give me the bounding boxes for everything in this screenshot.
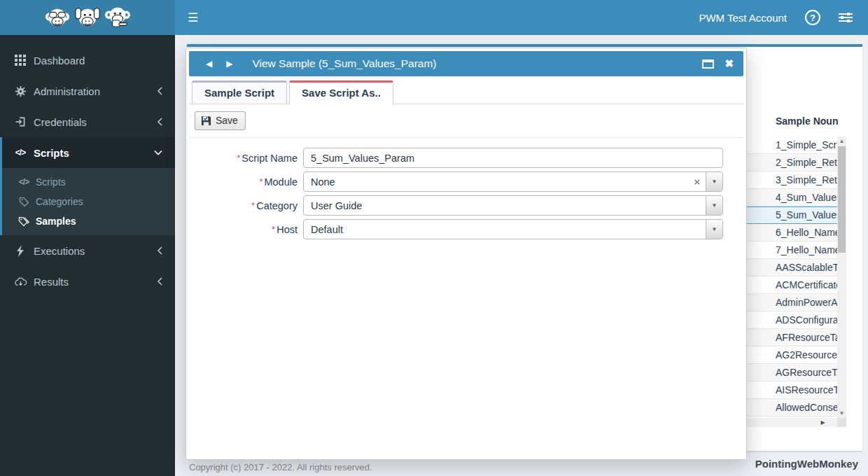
required-marker: * <box>272 224 275 234</box>
required-marker: * <box>237 153 240 163</box>
tag-icon <box>18 197 30 207</box>
dialog-titlebar[interactable]: ◀ ▶ View Sample (5_Sum_Values_Param) ✖ <box>189 51 743 76</box>
sign-in-icon <box>13 116 27 127</box>
code-icon: </> <box>13 148 27 158</box>
sidebar-item-label: Administration <box>34 85 100 97</box>
module-label: *Module <box>189 176 298 188</box>
module-value: None <box>304 176 694 188</box>
cloud-download-icon <box>13 276 27 287</box>
copyright-text: Copyright (c) 2017 - 2022. All rights re… <box>189 462 372 472</box>
module-select[interactable]: None × ▼ <box>303 172 723 192</box>
host-label: *Host <box>189 224 298 235</box>
dialog-title: View Sample (5_Sum_Values_Param) <box>252 57 436 70</box>
tab-save-script-as[interactable]: Save Script As.. <box>289 80 393 104</box>
sample-noun-column-header[interactable]: Sample Noun <box>776 115 860 127</box>
sidebar-item-credentials[interactable]: Credentials <box>0 106 175 137</box>
sidebar-subitem-label: Categories <box>36 196 83 207</box>
required-marker: * <box>259 176 262 187</box>
chevron-left-icon <box>157 246 162 255</box>
save-button-label: Save <box>216 115 238 126</box>
sidebar-subitem-label: Samples <box>36 216 76 227</box>
floppy-disk-icon <box>201 115 211 126</box>
pointing-monkey-icon <box>104 4 131 31</box>
see-no-evil-monkey-icon <box>44 4 71 31</box>
sidebar-subitem-scripts[interactable]: </> Scripts <box>2 172 175 192</box>
gears-icon <box>13 85 27 97</box>
account-menu[interactable]: PWM Test Account <box>699 12 787 24</box>
chevron-left-icon <box>157 87 162 95</box>
next-sample-icon[interactable]: ▶ <box>226 59 232 69</box>
sidebar-toggle-hamburger-icon[interactable]: ☰ <box>175 10 211 25</box>
chevron-left-icon <box>157 118 162 126</box>
category-label: *Category <box>189 200 298 211</box>
category-select[interactable]: User Guide ▼ <box>303 195 723 216</box>
dropdown-button: ▼ <box>706 172 722 191</box>
dropdown-button: ▼ <box>706 220 722 239</box>
code-icon: </> <box>18 177 30 187</box>
tags-icon <box>18 216 30 227</box>
chevron-down-icon[interactable]: ▼ <box>712 202 718 209</box>
clear-selection-icon[interactable]: × <box>694 176 700 187</box>
scrollbar-thumb[interactable] <box>838 146 846 253</box>
dropdown-button: ▼ <box>706 196 722 215</box>
scroll-up-icon[interactable]: ▲ <box>837 136 846 146</box>
sidebar-subitem-samples[interactable]: Samples <box>2 211 175 231</box>
sidebar-item-executions[interactable]: Executions <box>0 235 175 266</box>
lightning-icon <box>13 245 27 257</box>
sidebar-item-label: Dashboard <box>34 55 85 66</box>
dialog-toolbar: Save <box>189 104 743 138</box>
sidebar-subitem-label: Scripts <box>36 176 66 188</box>
save-as-form: *Script Name *Module None × ▼ *Category … <box>189 138 743 239</box>
scrollbar-corner <box>837 418 846 427</box>
sidebar-item-label: Executions <box>34 245 85 257</box>
save-button[interactable]: Save <box>195 111 246 130</box>
sidebar: Dashboard Administration Credentials <box>0 35 175 476</box>
help-icon[interactable]: ? <box>805 10 820 25</box>
scroll-right-icon[interactable]: ▶ <box>818 418 827 427</box>
sidebar-group-scripts: </> Scripts </> Scripts Categories <box>0 137 175 235</box>
brand-logo[interactable] <box>0 0 175 35</box>
scroll-down-icon[interactable]: ▼ <box>837 409 846 418</box>
dashboard-grid-icon <box>13 55 27 66</box>
chevron-down-icon[interactable]: ▼ <box>712 226 718 232</box>
sidebar-item-label: Results <box>34 276 69 288</box>
top-bar: ☰ PWM Test Account ? <box>0 0 868 35</box>
sidebar-item-results[interactable]: Results <box>0 266 175 297</box>
close-icon[interactable]: ✖ <box>724 57 734 70</box>
script-name-label: *Script Name <box>189 153 298 164</box>
scripts-submenu: </> Scripts Categories Samples <box>2 168 175 235</box>
hear-no-evil-monkey-icon <box>74 4 101 31</box>
required-marker: * <box>251 200 255 211</box>
host-value: Default <box>304 224 706 235</box>
previous-sample-icon[interactable]: ◀ <box>206 59 212 69</box>
vertical-scrollbar[interactable]: ▲ ▼ <box>837 136 846 418</box>
chevron-down-icon[interactable]: ▼ <box>712 178 718 185</box>
settings-sliders-icon[interactable] <box>839 12 853 23</box>
sidebar-item-label: Credentials <box>34 116 87 128</box>
maximize-icon[interactable] <box>702 59 714 69</box>
sidebar-item-administration[interactable]: Administration <box>0 76 175 106</box>
chevron-left-icon <box>157 277 162 286</box>
view-sample-dialog: ◀ ▶ View Sample (5_Sum_Values_Param) ✖ S… <box>186 48 747 460</box>
sidebar-item-scripts[interactable]: </> Scripts <box>2 137 175 168</box>
sidebar-item-label: Scripts <box>34 147 69 159</box>
top-nav: ☰ PWM Test Account ? <box>175 0 868 35</box>
host-select[interactable]: Default ▼ <box>303 219 723 239</box>
tab-sample-script[interactable]: Sample Script <box>192 80 287 104</box>
chevron-down-icon <box>154 150 162 155</box>
sidebar-subitem-categories[interactable]: Categories <box>2 192 175 211</box>
sidebar-item-dashboard[interactable]: Dashboard <box>0 45 175 76</box>
dialog-tabs: Sample Script Save Script As.. <box>189 76 743 104</box>
script-name-input[interactable] <box>303 148 723 168</box>
footer-brand: PointingWebMonkey <box>755 458 858 470</box>
category-value: User Guide <box>304 200 706 211</box>
